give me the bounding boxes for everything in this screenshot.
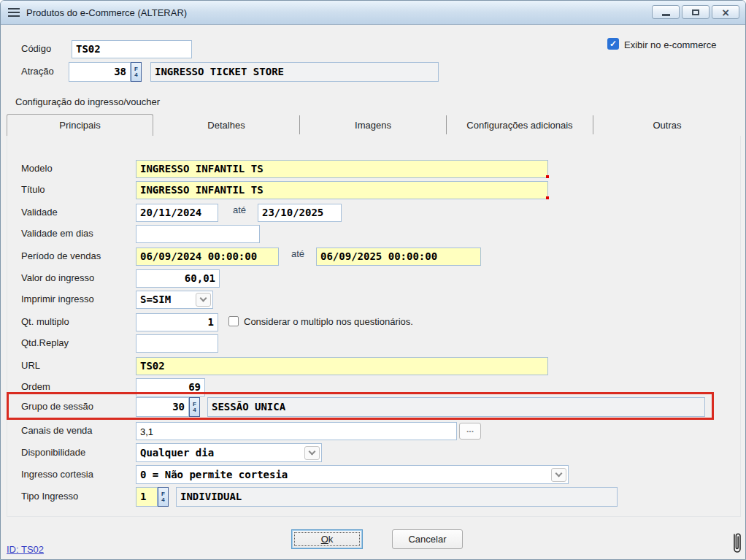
tab-configuracoes-adicionais[interactable]: Configurações adicionais xyxy=(447,115,593,134)
tab-detalhes[interactable]: Detalhes xyxy=(153,115,300,134)
tipo-ingresso-label: Tipo Ingresso xyxy=(21,491,78,502)
canais-browse-button[interactable]: ... xyxy=(459,423,481,440)
atracao-f4-lookup-button[interactable]: F 4 xyxy=(131,62,142,82)
titulo-label: Título xyxy=(21,184,45,195)
grupo-de-sessao-description-field: SESSÃO UNICA xyxy=(207,397,705,417)
url-label: URL xyxy=(21,360,40,371)
section-title: Configuração do ingresso/voucher xyxy=(15,96,160,107)
chevron-down-icon xyxy=(309,448,316,455)
dropdown-button[interactable] xyxy=(196,293,211,307)
focus-outline xyxy=(294,532,360,546)
periodo-to-field[interactable]: 06/09/2025 00:00:00 xyxy=(316,248,481,266)
close-button[interactable]: × xyxy=(712,5,739,19)
tab-imagens[interactable]: Imagens xyxy=(300,115,447,134)
ordem-field[interactable]: 69 xyxy=(136,378,205,396)
qt-multiplo-label: Qt. multiplo xyxy=(21,316,69,327)
close-icon: × xyxy=(721,7,730,18)
disponibilidade-label: Disponibilidade xyxy=(21,447,85,458)
ok-button[interactable]: Ok xyxy=(291,529,363,549)
validade-from-field[interactable]: 20/11/2024 xyxy=(136,204,218,222)
paperclip-icon[interactable] xyxy=(731,530,742,556)
validade-to-field[interactable]: 23/10/2025 xyxy=(258,204,342,222)
imprimir-ingresso-value: S=SIM xyxy=(140,293,171,307)
validade-em-dias-field[interactable] xyxy=(136,225,260,243)
chevron-down-icon xyxy=(200,295,207,302)
tab-principais[interactable]: Principais xyxy=(7,114,153,136)
check-icon: ✓ xyxy=(610,39,617,49)
minimize-icon xyxy=(662,14,670,16)
grupo-de-sessao-f4-lookup-button[interactable]: F 4 xyxy=(189,397,200,417)
ordem-label: Ordem xyxy=(21,381,50,392)
tab-outras[interactable]: Outras xyxy=(593,115,741,134)
dialog-window: Produtos do e-Commerce (ALTERAR) × Códig… xyxy=(0,0,746,560)
imprimir-ingresso-select[interactable]: S=SIM xyxy=(136,291,213,309)
imprimir-ingresso-label: Imprimir ingresso xyxy=(21,294,94,304)
atracao-description-field: INGRESSO TICKET STORE xyxy=(150,62,439,82)
dropdown-button[interactable] xyxy=(551,468,566,482)
periodo-ate-label: até xyxy=(291,248,304,259)
window-title: Produtos do e-Commerce (ALTERAR) xyxy=(26,7,187,18)
exibir-ecommerce-checkbox[interactable]: ✓ xyxy=(607,38,619,50)
qtd-replay-field[interactable] xyxy=(136,334,218,353)
tipo-ingresso-code-field[interactable]: 1 xyxy=(136,487,158,507)
periodo-from-field[interactable]: 06/09/2024 00:00:00 xyxy=(136,248,279,266)
tipo-ingresso-f4-lookup-button[interactable]: F 4 xyxy=(158,487,169,507)
considerar-multiplo-checkbox[interactable] xyxy=(228,316,239,326)
atracao-code-field[interactable]: 38 xyxy=(69,62,131,82)
canais-de-venda-field[interactable]: 3,1 xyxy=(136,422,457,440)
titulo-field[interactable]: INGRESSO INFANTIL TS xyxy=(136,181,548,199)
url-field[interactable]: TS02 xyxy=(136,357,548,375)
dropdown-button[interactable] xyxy=(304,446,320,460)
record-id-link[interactable]: ID: TS02 xyxy=(7,544,44,555)
ingresso-cortesia-value: 0 = Não permite cortesia xyxy=(140,468,288,482)
qt-multiplo-field[interactable]: 1 xyxy=(136,313,218,331)
chevron-down-icon xyxy=(555,469,563,477)
canais-de-venda-label: Canais de venda xyxy=(21,425,93,436)
periodo-de-vendas-label: Período de vendas xyxy=(21,250,101,261)
minimize-button[interactable] xyxy=(652,5,680,19)
cancel-button[interactable]: Cancelar xyxy=(392,529,463,549)
exibir-ecommerce-label: Exibir no e-commerce xyxy=(624,39,716,50)
considerar-multiplo-label: Considerar o multiplo nos questionários. xyxy=(244,316,413,327)
required-marker xyxy=(546,175,549,178)
maximize-button[interactable] xyxy=(682,5,710,19)
tipo-ingresso-description-field: INDIVIDUAL xyxy=(176,487,618,507)
atracao-label: Atração xyxy=(21,66,54,77)
modelo-label: Modelo xyxy=(21,163,53,174)
grupo-de-sessao-label: Grupo de sessão xyxy=(21,401,93,412)
ingresso-cortesia-select[interactable]: 0 = Não permite cortesia xyxy=(136,465,569,484)
validade-em-dias-label: Validade em dias xyxy=(21,228,93,239)
disponibilidade-value: Qualquer dia xyxy=(140,446,214,460)
codigo-label: Código xyxy=(21,43,51,54)
title-bar: Produtos do e-Commerce (ALTERAR) xyxy=(1,1,745,25)
validade-label: Validade xyxy=(21,207,58,218)
system-menu-icon[interactable] xyxy=(8,8,20,17)
valor-do-ingresso-field[interactable]: 60,01 xyxy=(136,269,220,288)
qtd-replay-label: Qtd.Replay xyxy=(21,337,69,348)
maximize-icon xyxy=(692,9,699,15)
modelo-field[interactable]: INGRESSO INFANTIL TS xyxy=(136,160,548,178)
disponibilidade-select[interactable]: Qualquer dia xyxy=(136,443,322,462)
ingresso-cortesia-label: Ingresso cortesia xyxy=(21,469,93,480)
codigo-field[interactable]: TS02 xyxy=(72,40,192,58)
valor-do-ingresso-label: Valor do ingresso xyxy=(21,272,94,283)
validade-ate-label: até xyxy=(233,204,246,215)
required-marker xyxy=(546,196,549,199)
grupo-de-sessao-code-field[interactable]: 30 xyxy=(136,397,189,417)
